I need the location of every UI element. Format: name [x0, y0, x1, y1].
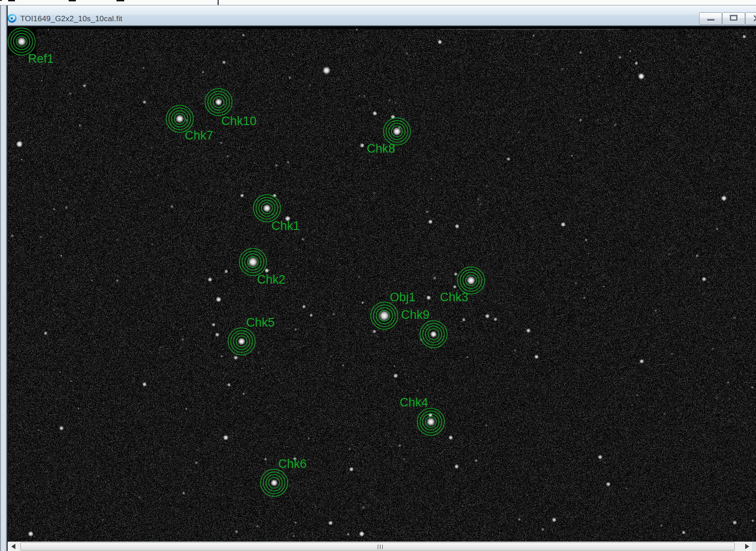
close-button[interactable]: [745, 12, 756, 25]
scroll-right-button[interactable]: [742, 542, 752, 551]
minimize-button[interactable]: [699, 12, 722, 25]
aperture-label-chk10: Chk10: [221, 115, 257, 127]
maximize-icon: [730, 15, 737, 21]
aperture-chk4[interactable]: [416, 407, 446, 437]
aperture-label-chk5: Chk5: [246, 317, 275, 329]
scrollbar-corner: [752, 542, 756, 551]
aperture-label-chk9: Chk9: [401, 309, 429, 321]
screen: TOI1649_G2x2_10s_10cal.fit Ref1Chk10Chk7…: [0, 0, 756, 551]
scroll-right-arrow-icon: [745, 544, 749, 549]
aperture-label-ref1: Ref1: [28, 53, 54, 65]
aperture-label-obj1: Obj1: [390, 291, 415, 304]
aperture-label-chk7: Chk7: [185, 130, 213, 142]
scroll-left-arrow-icon: [11, 544, 15, 549]
aperture-label-chk3: Chk3: [440, 291, 468, 304]
aperture-label-chk8: Chk8: [367, 143, 395, 155]
fits-image[interactable]: [8, 26, 756, 542]
scroll-left-button[interactable]: [8, 542, 20, 551]
aperture-chk6[interactable]: [259, 468, 289, 498]
window-left-border: [1, 5, 6, 551]
aperture-label-chk4: Chk4: [400, 397, 428, 409]
window-title: TOI1649_G2x2_10s_10cal.fit: [20, 14, 122, 23]
aperture-chk9[interactable]: [419, 319, 448, 349]
ui-fragment: [0, 0, 2, 1]
close-icon: [746, 13, 756, 24]
scrollbar-thumb[interactable]: [20, 542, 735, 551]
aperture-label-chk1: Chk1: [271, 220, 300, 232]
aperture-chk5[interactable]: [227, 327, 257, 356]
ui-fragment: [69, 0, 76, 1]
desktop-fragment-strip: [0, 0, 756, 5]
ui-fragment: [117, 0, 124, 1]
aperture-chk10[interactable]: [204, 87, 233, 117]
thumb-grip-icon: [378, 545, 384, 549]
horizontal-scrollbar[interactable]: [8, 542, 756, 551]
fits-viewport[interactable]: Ref1Chk10Chk7Chk8Chk1Chk2Chk3Obj1Chk9Chk…: [8, 26, 756, 542]
title-bar: TOI1649_G2x2_10s_10cal.fit: [0, 5, 756, 26]
aperture-label-chk6: Chk6: [278, 458, 307, 470]
minimize-icon: [707, 19, 714, 21]
ui-fragment: [8, 0, 15, 1]
maximize-button[interactable]: [722, 12, 745, 25]
maxim-dl-icon: [7, 14, 17, 23]
aperture-label-chk2: Chk2: [257, 274, 285, 286]
aperture-obj1[interactable]: [369, 301, 399, 331]
ui-fragment: [218, 0, 219, 5]
